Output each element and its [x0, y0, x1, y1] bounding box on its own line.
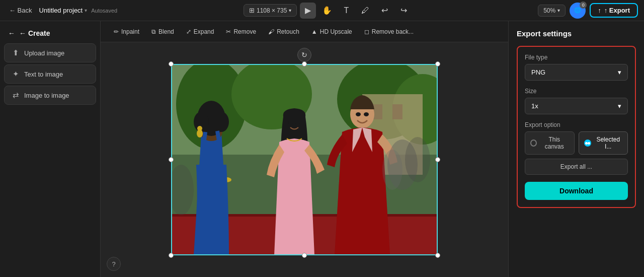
remove-icon: ✂: [226, 28, 231, 35]
export-option-label: Export option: [525, 121, 628, 128]
svg-point-18: [197, 129, 203, 137]
inpaint-icon: ✏: [114, 28, 119, 35]
size-section: Size 1x ▾: [525, 88, 628, 114]
file-type-value: PNG: [531, 68, 545, 76]
main-area: ← ← Create ⬆ Upload image ✦ Text to imag…: [0, 21, 644, 277]
canvas-area: ✏ Inpaint ⧉ Blend ⤢ Expand ✂ Remove 🖌 Re…: [101, 21, 508, 277]
refresh-button[interactable]: ↻: [297, 48, 311, 62]
svg-line-15: [204, 132, 205, 145]
file-type-select[interactable]: PNG ▾: [525, 64, 628, 81]
export-settings-title: Export settings: [517, 29, 636, 38]
sidebar: ← ← Create ⬆ Upload image ✦ Text to imag…: [0, 21, 101, 277]
canvas-container[interactable]: ↻: [101, 42, 508, 277]
selected-radio: [584, 140, 591, 147]
topbar-right: 50% ▾ 🌐 0 ↑ ↑ Export: [538, 3, 638, 19]
text-icon: T: [344, 6, 349, 15]
svg-line-16: [217, 131, 219, 144]
redo-icon: ↪: [400, 6, 407, 15]
retouch-button[interactable]: 🖌 Retouch: [263, 26, 304, 38]
handle-middle-right[interactable]: [435, 157, 440, 162]
this-canvas-button[interactable]: This canvas: [525, 131, 575, 155]
project-name[interactable]: Untitled project ▾: [39, 7, 88, 14]
inpaint-button[interactable]: ✏ Inpaint: [109, 26, 144, 38]
svg-point-29: [405, 137, 430, 182]
chevron-down-icon: ▾: [85, 8, 87, 13]
download-label: Download: [559, 187, 593, 195]
select-icon: ▶: [305, 6, 311, 15]
move-tool-button[interactable]: ✋: [319, 3, 335, 19]
export-all-button[interactable]: Export all ...: [525, 159, 628, 175]
canvas-image: [171, 64, 438, 255]
canvas-size-label: 1108 × 735: [257, 7, 287, 14]
export-icon: ↑: [598, 7, 601, 14]
export-panel: Export settings File type PNG ▾ Size 1x …: [508, 21, 644, 277]
pen-tool-button[interactable]: 🖊: [357, 3, 373, 19]
sidebar-item-text-to-image[interactable]: ✦ Text to image: [4, 64, 96, 84]
selected-button[interactable]: Selected I...: [579, 131, 628, 155]
text-tool-button[interactable]: T: [338, 3, 354, 19]
this-canvas-radio: [530, 140, 537, 147]
topbar-left: ← Back Untitled project ▾ Autosaved: [6, 5, 117, 16]
export-option-section: Export option This canvas Selected I... …: [525, 121, 628, 175]
zoom-label: 50%: [543, 7, 555, 14]
select-tool-button[interactable]: ▶: [300, 3, 316, 19]
pen-icon: 🖊: [361, 6, 369, 15]
undo-button[interactable]: ↩: [376, 3, 392, 19]
move-icon: ✋: [322, 6, 332, 15]
svg-point-26: [356, 112, 361, 116]
svg-point-21: [288, 120, 293, 124]
expand-button[interactable]: ⤢ Expand: [181, 26, 219, 38]
handle-bottom-left[interactable]: [169, 253, 174, 258]
chevron-down-icon: ▾: [557, 8, 560, 13]
retouch-label: Retouch: [277, 28, 299, 35]
handle-bottom-right[interactable]: [435, 253, 440, 258]
retouch-icon: 🖌: [268, 28, 274, 35]
export-panel-inner: File type PNG ▾ Size 1x ▾ Export option: [517, 46, 636, 208]
remove-label: Remove: [233, 28, 256, 35]
hd-upscale-button[interactable]: ▲ HD Upscale: [306, 26, 357, 38]
handle-bottom-middle[interactable]: [302, 253, 307, 258]
canvas-size-button[interactable]: ⊞ 1108 × 735 ▾: [244, 4, 297, 17]
upload-icon: ⬆: [13, 48, 19, 57]
handle-middle-left[interactable]: [169, 157, 174, 162]
size-select[interactable]: 1x ▾: [525, 98, 628, 114]
back-arrow-icon: ←: [8, 29, 15, 37]
sidebar-item-image-to-image[interactable]: ⇄ Image to image: [4, 86, 96, 105]
file-type-section: File type PNG ▾: [525, 54, 628, 81]
chevron-down-icon: ▾: [289, 8, 291, 13]
expand-icon: ⤢: [186, 28, 191, 35]
sidebar-item-upload-image[interactable]: ⬆ Upload image: [4, 43, 96, 62]
handle-top-middle[interactable]: [302, 61, 307, 66]
create-header[interactable]: ← ← Create: [0, 26, 100, 42]
resize-icon: ⊞: [249, 7, 255, 14]
globe-button[interactable]: 🌐 0: [570, 3, 586, 19]
globe-icon: 🌐: [574, 7, 581, 14]
blend-button[interactable]: ⧉ Blend: [146, 26, 179, 38]
download-button[interactable]: Download: [525, 182, 628, 200]
back-button[interactable]: ← Back: [6, 5, 35, 16]
handle-top-left[interactable]: [169, 61, 174, 66]
globe-count: 0: [580, 2, 587, 9]
undo-icon: ↩: [381, 6, 388, 15]
svg-rect-8: [392, 104, 403, 119]
topbar-center: ⊞ 1108 × 735 ▾ ▶ ✋ T 🖊 ↩ ↪: [121, 3, 534, 19]
help-button[interactable]: ?: [107, 257, 121, 271]
topbar: ← Back Untitled project ▾ Autosaved ⊞ 11…: [0, 0, 644, 21]
blend-icon: ⧉: [151, 28, 156, 35]
size-value: 1x: [531, 102, 538, 110]
remove-button[interactable]: ✂ Remove: [221, 26, 261, 38]
swap-icon: ⇄: [13, 91, 19, 100]
remove-background-button[interactable]: ◻ Remove back...: [359, 26, 419, 38]
blend-label: Blend: [158, 28, 174, 35]
size-label: Size: [525, 88, 628, 95]
redo-button[interactable]: ↪: [395, 3, 412, 19]
zoom-button[interactable]: 50% ▾: [538, 5, 566, 17]
handle-top-right[interactable]: [435, 61, 440, 66]
canvas-image-wrapper: ↻: [171, 64, 438, 255]
canvas-toolbar: ✏ Inpaint ⧉ Blend ⤢ Expand ✂ Remove 🖌 Re…: [101, 21, 508, 42]
export-button[interactable]: ↑ ↑ Export: [590, 3, 638, 18]
expand-label: Expand: [194, 28, 214, 35]
file-type-label: File type: [525, 54, 628, 61]
sidebar-item-label: Image to image: [24, 92, 69, 99]
export-all-label: Export all ...: [560, 163, 592, 170]
